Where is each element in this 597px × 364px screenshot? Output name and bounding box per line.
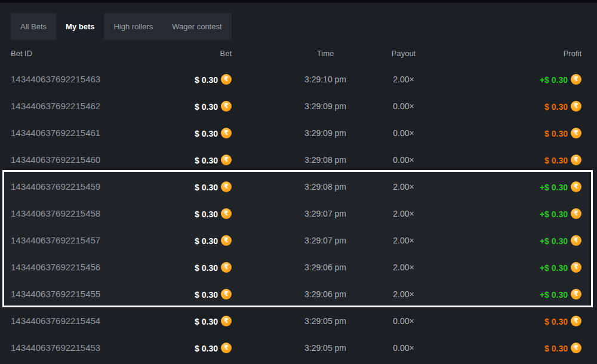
top-edge-strip <box>0 0 597 3</box>
payout-cell: 2.00× <box>382 182 455 192</box>
payout-cell: 0.00× <box>382 101 455 111</box>
header-bet-id: Bet ID <box>0 49 167 58</box>
rupee-coin-icon: ₹ <box>221 101 232 112</box>
bet-row[interactable]: 143440637692215455 $ 0.30₹ 3:29:06 pm 2.… <box>0 280 597 307</box>
bet-id-cell: 143440637692215460 <box>0 155 167 165</box>
time-cell: 3:29:10 pm <box>239 75 382 84</box>
payout-cell: 2.00× <box>382 236 455 245</box>
tab-my-bets[interactable]: My bets <box>56 13 104 40</box>
bet-amount-cell: $ 0.30₹ <box>167 316 239 326</box>
rupee-coin-icon: ₹ <box>571 289 581 300</box>
bet-row[interactable]: 143440637692215458 $ 0.30₹ 3:29:07 pm 2.… <box>0 200 597 227</box>
time-cell: 3:29:06 pm <box>239 263 382 272</box>
bet-row[interactable]: 143440637692215459 $ 0.30₹ 3:29:08 pm 2.… <box>0 173 597 200</box>
time-cell: 3:29:09 pm <box>239 128 382 138</box>
time-cell: 3:29:05 pm <box>239 343 382 353</box>
bet-id-cell: 143440637692215459 <box>0 181 167 192</box>
bet-amount-cell: $ 0.30₹ <box>167 235 239 246</box>
bet-id-cell: 143440637692215457 <box>0 235 167 245</box>
table-header: Bet ID Bet Time Payout Profit <box>0 46 597 60</box>
bet-row[interactable]: 143440637692215461 $ 0.30₹ 3:29:09 pm 0.… <box>0 119 597 146</box>
bet-row[interactable]: 143440637692215462 $ 0.30₹ 3:29:09 pm 0.… <box>0 92 597 119</box>
rupee-coin-icon: ₹ <box>221 316 232 326</box>
payout-cell: 2.00× <box>382 263 455 272</box>
rupee-coin-icon: ₹ <box>221 208 232 219</box>
time-cell: 3:29:07 pm <box>239 236 382 245</box>
bet-id-cell: 143440637692215463 <box>0 74 167 84</box>
payout-cell: 0.00× <box>382 155 455 165</box>
bet-amount-cell: $ 0.30₹ <box>167 262 239 273</box>
bet-row[interactable]: 143440637692215456 $ 0.30₹ 3:29:06 pm 2.… <box>0 254 597 280</box>
payout-cell: 2.00× <box>382 209 455 218</box>
rupee-coin-icon: ₹ <box>221 181 232 192</box>
rupee-coin-icon: ₹ <box>221 128 232 138</box>
time-cell: 3:29:07 pm <box>239 209 382 218</box>
rupee-coin-icon: ₹ <box>571 101 581 112</box>
bet-id-cell: 143440637692215456 <box>0 262 167 272</box>
bet-row[interactable]: 143440637692215463 $ 0.30₹ 3:29:10 pm 2.… <box>0 66 597 92</box>
profit-cell: +$ 0.30₹ <box>455 208 597 219</box>
time-cell: 3:29:05 pm <box>239 316 382 326</box>
bet-amount-cell: $ 0.30₹ <box>167 289 239 300</box>
rupee-coin-icon: ₹ <box>221 289 232 300</box>
bet-id-cell: 143440637692215453 <box>0 343 167 353</box>
bets-tab-bar: All Bets My bets High rollers Wager cont… <box>11 13 232 40</box>
profit-cell: $ 0.30₹ <box>455 128 597 138</box>
header-bet: Bet <box>167 49 239 58</box>
header-profit: Profit <box>455 49 597 58</box>
rupee-coin-icon: ₹ <box>221 262 232 273</box>
time-cell: 3:29:06 pm <box>239 289 382 299</box>
time-cell: 3:29:08 pm <box>239 182 382 192</box>
bet-amount-cell: $ 0.30₹ <box>167 343 239 353</box>
bet-id-cell: 143440637692215462 <box>0 101 167 111</box>
rupee-coin-icon: ₹ <box>571 262 581 273</box>
rupee-coin-icon: ₹ <box>221 343 232 353</box>
rupee-coin-icon: ₹ <box>571 208 581 219</box>
bet-amount-cell: $ 0.30₹ <box>167 101 239 112</box>
bet-id-cell: 143440637692215458 <box>0 208 167 218</box>
tab-all-bets[interactable]: All Bets <box>11 13 56 40</box>
bet-amount-cell: $ 0.30₹ <box>167 128 239 138</box>
rupee-coin-icon: ₹ <box>571 343 581 353</box>
payout-cell: 0.00× <box>382 343 455 353</box>
rupee-coin-icon: ₹ <box>571 128 581 138</box>
time-cell: 3:29:08 pm <box>239 155 382 165</box>
bet-row[interactable]: 143440637692215460 $ 0.30₹ 3:29:08 pm 0.… <box>0 146 597 173</box>
bet-row[interactable]: 143440637692215457 $ 0.30₹ 3:29:07 pm 2.… <box>0 227 597 254</box>
bet-rows: 143440637692215463 $ 0.30₹ 3:29:10 pm 2.… <box>0 66 597 361</box>
profit-cell: $ 0.30₹ <box>455 155 597 165</box>
rupee-coin-icon: ₹ <box>221 155 232 165</box>
tab-wager-contest[interactable]: Wager contest <box>162 13 231 40</box>
payout-cell: 2.00× <box>382 75 455 84</box>
profit-cell: +$ 0.30₹ <box>455 181 597 192</box>
bet-id-cell: 143440637692215454 <box>0 316 167 326</box>
payout-cell: 0.00× <box>382 316 455 326</box>
time-cell: 3:29:09 pm <box>239 101 382 111</box>
profit-cell: +$ 0.30₹ <box>455 289 597 300</box>
profit-cell: $ 0.30₹ <box>455 101 597 112</box>
profit-cell: $ 0.30₹ <box>455 343 597 353</box>
rupee-coin-icon: ₹ <box>571 181 581 192</box>
tab-high-rollers[interactable]: High rollers <box>104 13 162 40</box>
profit-cell: $ 0.30₹ <box>455 316 597 326</box>
rupee-coin-icon: ₹ <box>571 235 581 246</box>
rupee-coin-icon: ₹ <box>571 74 581 85</box>
rupee-coin-icon: ₹ <box>571 316 581 326</box>
bet-amount-cell: $ 0.30₹ <box>167 208 239 219</box>
bet-id-cell: 143440637692215461 <box>0 128 167 138</box>
bet-id-cell: 143440637692215455 <box>0 289 167 299</box>
payout-cell: 0.00× <box>382 128 455 138</box>
bet-amount-cell: $ 0.30₹ <box>167 74 239 85</box>
rupee-coin-icon: ₹ <box>221 74 232 85</box>
profit-cell: +$ 0.30₹ <box>455 235 597 246</box>
bet-row[interactable]: 143440637692215454 $ 0.30₹ 3:29:05 pm 0.… <box>0 307 597 334</box>
bet-amount-cell: $ 0.30₹ <box>167 155 239 165</box>
header-payout: Payout <box>382 49 455 58</box>
profit-cell: +$ 0.30₹ <box>455 262 597 273</box>
bet-amount-cell: $ 0.30₹ <box>167 181 239 192</box>
header-time: Time <box>239 49 382 58</box>
payout-cell: 2.00× <box>382 289 455 299</box>
bet-row[interactable]: 143440637692215453 $ 0.30₹ 3:29:05 pm 0.… <box>0 334 597 361</box>
rupee-coin-icon: ₹ <box>571 155 581 165</box>
rupee-coin-icon: ₹ <box>221 235 232 246</box>
